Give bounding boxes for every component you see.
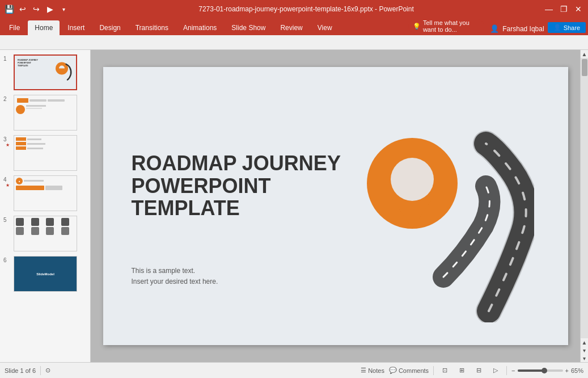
share-button[interactable]: 👤 Share [548, 22, 586, 33]
lightbulb-icon: 💡 [413, 23, 421, 30]
divider-1 [40, 366, 41, 375]
zoom-pct[interactable]: 65% [571, 367, 583, 374]
user-icon: 👤 [490, 24, 499, 33]
slide-panel: 1 ROADMAP JOURNEYPOWERPOINTTEMPLATE [0, 50, 91, 362]
maximize-btn[interactable]: ❐ [559, 4, 569, 14]
zoom-out-icon[interactable]: − [511, 367, 515, 374]
slide-canvas: ROADMAP JOURNEY POWERPOINT TEMPLATE This… [91, 50, 580, 362]
scroll-thumb[interactable] [582, 59, 587, 76]
title-bar: 💾 ↩ ↪ ▶ ▾ 7273-01-roadmap-journey-powerp… [0, 0, 588, 18]
subtitle-line2: Insert your desired text here. [132, 276, 218, 287]
slide-thumbnail-1: ROADMAP JOURNEYPOWERPOINTTEMPLATE [14, 54, 77, 90]
slideshow-btn[interactable]: ▷ [489, 366, 502, 376]
scroll-area: ▲ ▲ ▾ ▾ [580, 50, 588, 362]
slide-thumbnail-6: SlideModel [14, 256, 77, 292]
username: Farshad Iqbal [502, 25, 544, 33]
powerpoint-icon: 💾 [5, 5, 14, 14]
title-line1: ROADMAP JOURNEY [132, 152, 341, 175]
slide-num-2: 2 [3, 95, 11, 102]
slide-num-5: 5 [3, 216, 11, 223]
tab-insert[interactable]: Insert [61, 20, 91, 35]
scroll-down-btn-3[interactable]: ▾ [581, 354, 589, 362]
slide-num-6: 6 [3, 256, 11, 263]
slide-thumbnail-3 [14, 135, 77, 171]
slide-num-4: 4 [3, 175, 11, 183]
comments-icon: 💬 [389, 367, 397, 374]
tab-file[interactable]: File [2, 20, 27, 35]
notes-icon: ☰ [361, 367, 366, 374]
status-bar: Slide 1 of 6 ⊙ ☰ Notes 💬 Comments ⊡ ⊞ ⊟ … [0, 362, 588, 378]
slide-num-1: 1 [3, 54, 11, 62]
zoom-in-icon[interactable]: + [565, 367, 569, 374]
user-area: 👤 Farshad Iqbal [490, 24, 544, 33]
slide-info: Slide 1 of 6 [5, 367, 36, 374]
zoom-fill [518, 369, 543, 372]
slide-thumbnail-5 [14, 216, 77, 251]
main-area: 1 ROADMAP JOURNEYPOWERPOINTTEMPLATE [0, 50, 588, 362]
slide-main: ROADMAP JOURNEY POWERPOINT TEMPLATE This… [103, 67, 568, 345]
status-right: ☰ Notes 💬 Comments ⊡ ⊞ ⊟ ▷ − + 65% [361, 366, 583, 376]
window-title: 7273-01-roadmap-journey-powerpoint-templ… [69, 5, 544, 13]
scroll-down-btn-1[interactable]: ▲ [581, 338, 589, 346]
ribbon-content [0, 35, 588, 50]
tab-review[interactable]: Review [273, 20, 309, 35]
title-line2: POWERPOINT [132, 175, 341, 198]
title-bar-left: 💾 ↩ ↪ ▶ ▾ [5, 4, 69, 14]
scroll-track[interactable] [581, 58, 589, 338]
slide-thumb-6[interactable]: 6 SlideModel [2, 255, 88, 293]
scroll-up-btn[interactable]: ▲ [581, 50, 589, 58]
reading-view-btn[interactable]: ⊟ [472, 366, 485, 376]
present-btn[interactable]: ▶ [45, 4, 55, 14]
comments-btn[interactable]: 💬 Comments [389, 367, 429, 374]
slide-subtitle: This is a sample text. Insert your desir… [132, 266, 218, 287]
tell-me-area: 💡 Tell me what you want to do... [408, 19, 484, 33]
accessibility-icon[interactable]: ⊙ [45, 367, 50, 374]
dropdown-btn[interactable]: ▾ [58, 4, 69, 14]
redo-btn[interactable]: ↪ [31, 4, 41, 14]
slide-num-3: 3 [3, 135, 11, 142]
slide-star-3: ★ [6, 142, 10, 148]
slide-thumb-4[interactable]: 4 ★ ● [2, 174, 88, 212]
normal-view-btn[interactable]: ⊡ [438, 366, 451, 376]
divider-3 [506, 366, 507, 375]
slide-thumb-1[interactable]: 1 ROADMAP JOURNEYPOWERPOINTTEMPLATE [2, 53, 88, 91]
slide-thumb-5[interactable]: 5 [2, 215, 88, 253]
slide-thumb-3[interactable]: 3 ★ [2, 134, 88, 172]
slide-thumb-2[interactable]: 2 [2, 94, 88, 132]
status-left: Slide 1 of 6 ⊙ [5, 366, 50, 375]
ribbon-tabs: File Home Insert Design Transitions Anim… [0, 18, 588, 35]
subtitle-line1: This is a sample text. [132, 266, 218, 276]
share-icon: 👤 [553, 24, 561, 31]
comments-label: Comments [399, 367, 429, 374]
tab-view[interactable]: View [311, 20, 339, 35]
tab-design[interactable]: Design [92, 20, 127, 35]
tab-transitions[interactable]: Transitions [129, 20, 175, 35]
tab-animations[interactable]: Animations [176, 20, 223, 35]
zoom-slider[interactable] [518, 369, 563, 372]
tab-home[interactable]: Home [28, 20, 60, 35]
share-label: Share [564, 24, 580, 31]
slide-sorter-btn[interactable]: ⊞ [455, 366, 468, 376]
title-bar-right: — ❐ ✕ [544, 4, 583, 14]
divider-2 [433, 366, 434, 375]
tell-me-text[interactable]: Tell me what you want to do... [423, 19, 480, 33]
slide-title: ROADMAP JOURNEY POWERPOINT TEMPLATE [132, 152, 341, 220]
zoom-area: − + 65% [511, 367, 583, 374]
svg-point-4 [391, 158, 434, 201]
slide-thumbnail-4: ● [14, 175, 77, 211]
close-btn[interactable]: ✕ [573, 4, 583, 14]
notes-btn[interactable]: ☰ Notes [361, 367, 384, 374]
slide-thumbnail-2 [14, 95, 77, 131]
slide-star-4: ★ [6, 183, 10, 188]
slide-graphic [319, 95, 534, 322]
notes-label: Notes [368, 367, 384, 374]
undo-btn[interactable]: ↩ [18, 4, 28, 14]
minimize-btn[interactable]: — [544, 4, 554, 14]
zoom-handle [542, 368, 547, 373]
tab-slideshow[interactable]: Slide Show [225, 20, 272, 35]
scroll-down-btn-2[interactable]: ▾ [581, 346, 589, 354]
title-line3: TEMPLATE [132, 197, 341, 220]
